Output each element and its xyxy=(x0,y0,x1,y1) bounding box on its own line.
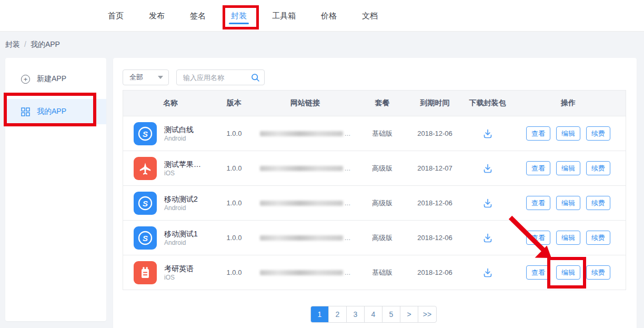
grid-icon xyxy=(21,107,30,116)
page-button-5[interactable]: 5 xyxy=(383,306,400,322)
blurred-link xyxy=(260,131,343,136)
renew-button[interactable]: 续费 xyxy=(586,161,610,175)
table-row: S 移动测试2 Android 1.0.0 … 高级版 2018-12-06 查… xyxy=(123,185,626,220)
app-platform: iOS xyxy=(164,273,194,282)
table-row: S 移动测试1 Android 1.0.0 … 高级版 2018-12-06 查… xyxy=(123,220,626,255)
jump-next-button[interactable]: >> xyxy=(418,306,436,322)
breadcrumb: 封装/我的APP xyxy=(5,40,60,49)
download-icon[interactable] xyxy=(482,232,494,244)
view-button[interactable]: 查看 xyxy=(526,265,550,280)
nav-item-home[interactable]: 首页 xyxy=(108,0,124,31)
app-expiry: 2018-12-06 xyxy=(405,116,465,151)
app-package: 基础版 xyxy=(360,255,405,290)
app-name: 考研英语 xyxy=(164,264,194,273)
view-button[interactable]: 查看 xyxy=(526,231,550,245)
filter-dropdown[interactable]: 全部 xyxy=(123,69,169,85)
nav-item-docs[interactable]: 文档 xyxy=(362,0,378,31)
app-package: 高级版 xyxy=(360,186,405,220)
nav-item-package[interactable]: 封装 xyxy=(231,0,247,31)
sidebar: + 新建APP 我的APP xyxy=(5,58,106,321)
app-platform: Android xyxy=(164,134,194,143)
breadcrumb-current: 我的APP xyxy=(31,40,60,48)
nav-item-toolbox[interactable]: 工具箱 xyxy=(272,0,296,31)
app-name-cell: S 测试白线 Android xyxy=(123,116,218,151)
edit-button[interactable]: 编辑 xyxy=(556,196,580,210)
table-row: 考研英语 iOS 1.0.0 … 基础版 2018-12-06 查看 编辑 续费 xyxy=(123,255,626,290)
link-ellipsis: … xyxy=(345,269,351,276)
app-expiry: 2018-12-07 xyxy=(405,151,465,185)
download-icon[interactable] xyxy=(482,163,494,174)
app-name-cell: S 移动测试2 Android xyxy=(123,186,218,220)
blurred-link xyxy=(260,201,343,206)
actions-cell: 查看 编辑 续费 xyxy=(510,186,627,220)
app-package: 高级版 xyxy=(360,151,405,185)
edit-button[interactable]: 编辑 xyxy=(556,231,580,245)
col-header-package: 套餐 xyxy=(360,91,405,116)
website-link-cell: … xyxy=(250,255,360,290)
app-platform: Android xyxy=(164,238,198,247)
table-header-row: 名称 版本 网站链接 套餐 到期时间 下载封装包 操作 xyxy=(123,91,626,116)
nav-item-publish[interactable]: 发布 xyxy=(149,0,165,31)
renew-button[interactable]: 续费 xyxy=(586,196,610,210)
search-icon[interactable] xyxy=(251,73,260,82)
sidebar-item-my-app[interactable]: 我的APP xyxy=(5,99,106,124)
edit-button[interactable]: 编辑 xyxy=(556,161,580,175)
renew-button[interactable]: 续费 xyxy=(586,265,610,280)
sidebar-item-label: 新建APP xyxy=(37,74,66,84)
col-header-version: 版本 xyxy=(218,91,250,116)
download-icon[interactable] xyxy=(482,128,494,140)
page-button-4[interactable]: 4 xyxy=(365,306,383,322)
search-input[interactable] xyxy=(178,74,251,82)
search-box xyxy=(176,69,265,85)
link-ellipsis: … xyxy=(345,200,351,207)
actions-cell: 查看 编辑 续费 xyxy=(510,255,627,290)
download-icon[interactable] xyxy=(482,267,494,279)
top-navigation-bar: 首页 发布 签名 封装 工具箱 价格 文档 xyxy=(0,0,644,32)
s-logo-icon: S xyxy=(134,122,157,145)
page-button-3[interactable]: 3 xyxy=(347,306,365,322)
edit-button[interactable]: 编辑 xyxy=(556,126,580,141)
app-version: 1.0.0 xyxy=(218,255,250,290)
edit-button[interactable]: 编辑 xyxy=(556,265,580,280)
blurred-link xyxy=(260,166,343,171)
app-name: 移动测试1 xyxy=(164,229,198,238)
table-row: 测试苹果… iOS 1.0.0 … 高级版 2018-12-07 查看 编辑 续… xyxy=(123,151,626,185)
svg-text:S: S xyxy=(143,233,148,242)
renew-button[interactable]: 续费 xyxy=(586,126,610,141)
chevron-down-icon xyxy=(158,76,163,79)
app-table: 名称 版本 网站链接 套餐 到期时间 下载封装包 操作 S 测试白线 Andro… xyxy=(123,90,626,290)
renew-button[interactable]: 续费 xyxy=(586,231,610,245)
plus-circle-icon: + xyxy=(21,75,30,84)
col-header-website: 网站链接 xyxy=(250,91,360,116)
link-ellipsis: … xyxy=(345,234,351,242)
website-link-cell: … xyxy=(250,151,360,185)
view-button[interactable]: 查看 xyxy=(526,161,550,175)
actions-cell: 查看 编辑 续费 xyxy=(510,151,627,185)
svg-text:S: S xyxy=(143,198,148,207)
nav-item-sign[interactable]: 签名 xyxy=(190,0,206,31)
page-button-2[interactable]: 2 xyxy=(329,306,347,322)
download-icon[interactable] xyxy=(482,197,494,209)
app-package: 高级版 xyxy=(360,221,405,255)
app-version: 1.0.0 xyxy=(218,116,250,151)
app-name-cell: 测试苹果… iOS xyxy=(123,151,218,185)
link-ellipsis: … xyxy=(345,165,351,172)
s-logo-icon: S xyxy=(134,192,157,215)
app-name: 移动测试2 xyxy=(164,194,198,204)
next-page-button[interactable]: > xyxy=(400,306,418,322)
website-link-cell: … xyxy=(250,221,360,255)
airplane-icon xyxy=(134,157,157,180)
nav-item-price[interactable]: 价格 xyxy=(321,0,337,31)
app-expiry: 2018-12-06 xyxy=(405,255,465,290)
app-version: 1.0.0 xyxy=(218,221,250,255)
app-platform: iOS xyxy=(164,169,201,177)
view-button[interactable]: 查看 xyxy=(526,126,550,141)
table-row: S 测试白线 Android 1.0.0 … 基础版 2018-12-06 查看… xyxy=(123,116,626,151)
breadcrumb-section[interactable]: 封装 xyxy=(5,40,20,48)
website-link-cell: … xyxy=(250,186,360,220)
view-button[interactable]: 查看 xyxy=(526,196,550,210)
page-button-1[interactable]: 1 xyxy=(311,306,329,322)
app-name-cell: 考研英语 iOS xyxy=(123,255,218,290)
sidebar-item-new-app[interactable]: + 新建APP xyxy=(5,67,106,91)
col-header-download: 下载封装包 xyxy=(465,91,510,116)
